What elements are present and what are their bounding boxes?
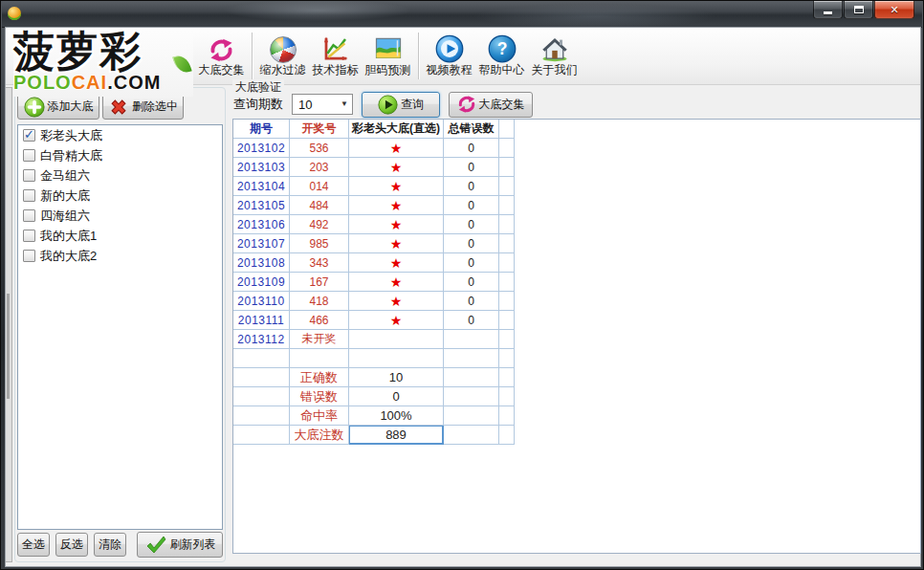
cell-period[interactable]: 2013106 <box>233 215 290 234</box>
cell-draw[interactable]: 167 <box>290 273 349 292</box>
cell-errors[interactable]: 0 <box>444 311 499 330</box>
summary-value[interactable]: 0 <box>349 387 444 406</box>
checkbox[interactable] <box>23 129 35 142</box>
cell-extra[interactable] <box>499 292 515 311</box>
cell-extra[interactable] <box>499 177 515 196</box>
cell-hit[interactable] <box>349 330 444 349</box>
cell-extra[interactable] <box>499 330 515 349</box>
cell-hit[interactable] <box>349 349 444 368</box>
select-all-button[interactable]: 全选 <box>17 533 50 557</box>
cell-errors[interactable]: 0 <box>444 234 499 253</box>
cell-empty[interactable] <box>233 387 290 406</box>
intersect-button[interactable]: 大底交集 <box>449 92 533 118</box>
cell-hit[interactable]: ★ <box>349 273 444 292</box>
dadi-item[interactable]: 新的大底 <box>18 186 222 206</box>
summary-label[interactable]: 错误数 <box>290 387 349 406</box>
cell-period[interactable]: 2013102 <box>233 139 290 158</box>
summary-value[interactable]: 100% <box>349 406 444 426</box>
close-button[interactable]: ✕ <box>874 1 914 19</box>
cell-extra[interactable] <box>499 349 515 368</box>
query-button[interactable]: 查询 <box>362 92 440 118</box>
cell-draw[interactable]: 985 <box>290 234 349 253</box>
cell-period[interactable] <box>233 349 290 368</box>
cell-errors[interactable] <box>444 349 499 368</box>
checkbox[interactable] <box>23 209 35 222</box>
cell-empty[interactable] <box>444 426 499 445</box>
cell-period[interactable]: 2013105 <box>233 196 290 215</box>
cell-extra[interactable] <box>499 387 515 406</box>
cell-hit[interactable]: ★ <box>349 158 444 177</box>
cell-draw[interactable] <box>290 349 349 368</box>
cell-errors[interactable]: 0 <box>444 196 499 215</box>
cell-hit[interactable]: ★ <box>349 253 444 273</box>
clear-button[interactable]: 清除 <box>94 533 126 557</box>
summary-label[interactable]: 命中率 <box>290 406 349 426</box>
cell-period[interactable]: 2013104 <box>233 177 290 196</box>
add-dadi-button[interactable]: 添加大底 <box>17 94 99 120</box>
cell-extra[interactable] <box>499 234 515 253</box>
checkbox[interactable] <box>23 149 35 162</box>
cell-draw[interactable]: 014 <box>290 177 349 196</box>
dadi-item[interactable]: 金马组六 <box>18 165 222 186</box>
cell-extra[interactable] <box>499 196 515 215</box>
invert-selection-button[interactable]: 反选 <box>55 533 88 557</box>
window-titlebar[interactable]: ✕ <box>2 1 922 28</box>
cell-period[interactable]: 2013112 <box>233 330 290 349</box>
cell-extra[interactable] <box>499 139 515 158</box>
cell-hit[interactable]: ★ <box>349 215 444 234</box>
cell-draw[interactable]: 203 <box>290 158 349 177</box>
minimize-button[interactable] <box>813 1 843 19</box>
dadi-item[interactable]: 白骨精大底 <box>18 145 222 165</box>
toolbar-item-video-tutorial[interactable]: 视频教程 <box>423 28 475 84</box>
cell-hit[interactable]: ★ <box>349 196 444 215</box>
cell-period[interactable]: 2013108 <box>233 253 290 273</box>
maximize-button[interactable] <box>844 1 873 19</box>
cell-extra[interactable] <box>499 426 515 445</box>
cell-hit[interactable]: ★ <box>349 177 444 196</box>
cell-empty[interactable] <box>444 387 499 406</box>
cell-errors[interactable]: 0 <box>444 215 499 234</box>
cell-draw[interactable]: 484 <box>290 196 349 215</box>
cell-errors[interactable]: 0 <box>444 158 499 177</box>
dadi-item[interactable]: 我的大底1 <box>18 226 222 246</box>
cell-empty[interactable] <box>233 406 290 426</box>
cell-errors[interactable]: 0 <box>444 253 499 273</box>
checkbox[interactable] <box>23 230 35 242</box>
toolbar-item-shrink-filter[interactable]: 缩水过滤 <box>256 28 309 84</box>
summary-label[interactable]: 正确数 <box>290 368 349 387</box>
toolbar-item-tech-indicator[interactable]: 技术指标 <box>309 28 362 84</box>
cell-extra[interactable] <box>499 158 515 177</box>
cell-draw[interactable]: 466 <box>290 311 349 330</box>
toolbar-item-dadi-intersect[interactable]: 大底交集 <box>195 28 248 84</box>
cell-hit[interactable]: ★ <box>349 311 444 330</box>
cell-extra[interactable] <box>499 253 515 273</box>
cell-draw[interactable]: 418 <box>290 292 349 311</box>
checkbox[interactable] <box>23 169 35 182</box>
cell-extra[interactable] <box>499 406 515 426</box>
dadi-item[interactable]: 四海组六 <box>18 206 222 226</box>
toolbar-item-about-us[interactable]: 关于我们 <box>528 28 581 84</box>
cell-extra[interactable] <box>499 311 515 330</box>
cell-period[interactable]: 2013111 <box>233 311 290 330</box>
toolbar-item-help-center[interactable]: ?帮助中心 <box>475 28 528 84</box>
checkbox[interactable] <box>23 250 35 262</box>
refresh-list-button[interactable]: 刷新列表 <box>137 532 223 558</box>
cell-errors[interactable]: 0 <box>444 177 499 196</box>
summary-value[interactable]: 10 <box>349 368 444 387</box>
cell-period[interactable]: 2013103 <box>233 158 290 177</box>
cell-empty[interactable] <box>444 368 499 387</box>
dadi-item[interactable]: 彩老头大底 <box>18 125 222 145</box>
cell-empty[interactable] <box>233 368 290 387</box>
cell-period[interactable]: 2013107 <box>233 234 290 253</box>
cell-hit[interactable]: ★ <box>349 234 444 253</box>
period-count-select[interactable]: 10 ▼ <box>292 94 353 115</box>
dadi-item[interactable]: 我的大底2 <box>18 246 222 266</box>
cell-draw[interactable]: 未开奖 <box>290 330 349 349</box>
checkbox[interactable] <box>23 189 35 202</box>
cell-period[interactable]: 2013109 <box>233 273 290 292</box>
cell-errors[interactable]: 0 <box>444 139 499 158</box>
cell-empty[interactable] <box>444 406 499 426</box>
cell-draw[interactable]: 536 <box>290 139 349 158</box>
cell-errors[interactable]: 0 <box>444 273 499 292</box>
cell-period[interactable]: 2013110 <box>233 292 290 311</box>
